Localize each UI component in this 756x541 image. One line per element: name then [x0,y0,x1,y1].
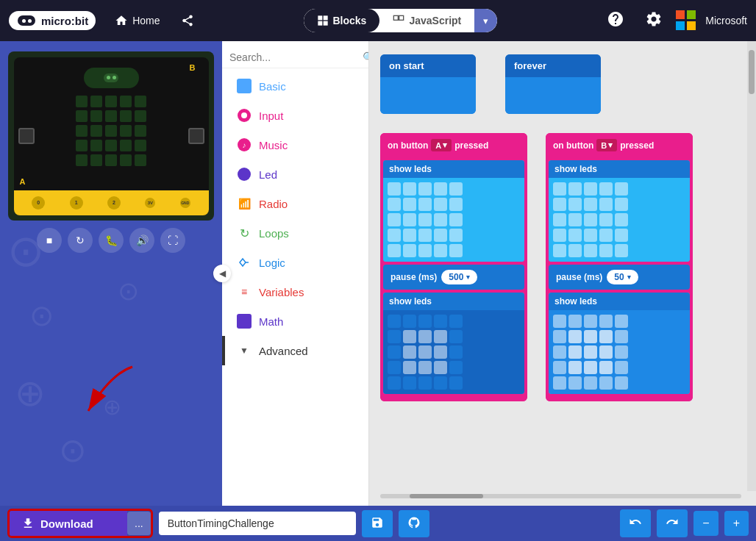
category-basic[interactable]: Basic [222,71,368,101]
category-math[interactable]: Math [222,307,368,336]
svg-rect-2 [318,21,322,26]
show-leds-a1-matrix [383,178,524,262]
sim-controls: ■ ↻ 🐛 🔊 ⛶ [37,228,185,253]
loops-label: Loops [259,227,289,240]
home-nav-button[interactable]: Home [107,10,167,32]
undo-button[interactable] [620,509,651,537]
search-icon: 🔍 [363,51,369,63]
github-button[interactable] [399,510,429,537]
home-label: Home [132,15,160,26]
editor-tab-group: Blocks JavaScript ▾ [304,9,498,32]
button-a-dropdown[interactable]: A ▾ [431,139,452,151]
debug-button[interactable]: 🐛 [99,228,124,253]
loops-icon: ↻ [237,226,252,240]
logo-area: micro:bit [9,11,96,30]
category-loops[interactable]: ↻ Loops [222,218,368,248]
javascript-tab[interactable]: JavaScript [379,9,474,32]
math-icon [237,314,252,329]
radio-label: Radio [259,198,288,210]
button-b[interactable] [188,128,204,144]
pause-a-value[interactable]: 500 ▾ [441,270,477,284]
javascript-tab-label: JavaScript [409,15,461,26]
logic-icon [237,255,252,270]
zoom-in-button[interactable]: + [724,511,749,536]
more-options-button[interactable]: ... [127,512,151,535]
logo-text: micro:bit [41,15,88,27]
advanced-icon: ▼ [237,343,252,358]
vertical-scrollbar[interactable] [747,41,756,491]
redo-icon [666,515,679,529]
blocks-canvas: on start forever on button A ▾ [369,41,756,506]
category-radio[interactable]: 📶 Radio [222,189,368,218]
pin-3v: 3V [145,198,155,208]
variables-label: Variables [259,286,304,298]
on-start-header: on start [380,54,476,77]
led-label: Led [259,168,277,181]
download-area: Download ... [7,509,153,538]
settings-icon [645,10,663,28]
show-leds-b1-matrix [549,178,690,262]
microbit-icon [16,14,37,27]
restart-button[interactable]: ↻ [68,228,93,253]
audio-button[interactable]: 🔊 [129,228,154,253]
pause-a-block: pause (ms) 500 ▾ [383,265,524,290]
input-icon [237,108,252,123]
top-navigation: micro:bit Home Blocks JavaScript ▾ [0,0,756,41]
show-leds-a1: show leds [383,160,524,262]
display-oval [84,68,139,88]
category-variables[interactable]: ≡ Variables [222,277,368,307]
home-icon [115,14,128,27]
variables-icon: ≡ [237,284,252,299]
pin-1: 1 [70,196,83,209]
svg-rect-5 [399,15,404,20]
on-start-block: on start [380,54,476,114]
pause-b-value[interactable]: 50 ▾ [607,270,638,284]
undo-icon [629,515,642,529]
b-label: B [190,63,196,72]
button-a[interactable] [18,128,35,144]
save-button[interactable] [362,510,393,537]
blocks-tab[interactable]: Blocks [304,9,380,32]
on-button-b-block: on button B ▾ pressed show leds [546,133,693,401]
category-input[interactable]: Input [222,101,368,130]
collapse-panel-button[interactable]: ◀ [213,265,231,282]
category-advanced[interactable]: ▼ Advanced [222,336,368,365]
download-icon [21,517,35,530]
pause-b-block: pause (ms) 50 ▾ [549,265,690,290]
javascript-icon [393,15,404,26]
project-name-input[interactable] [159,512,356,535]
download-label: Download [40,517,93,530]
search-input[interactable] [229,51,358,63]
forever-header: forever [505,54,601,77]
microsoft-logo [676,10,696,31]
fullscreen-button[interactable]: ⛶ [160,228,185,253]
share-button[interactable] [174,10,202,32]
category-led[interactable]: Led [222,160,368,189]
show-leds-a1-header: show leds [383,160,524,178]
redo-button[interactable] [657,509,688,537]
a-label: A [20,177,26,186]
show-leds-b1: show leds [549,160,690,262]
advanced-label: Advanced [259,345,308,357]
microsoft-label: Microsoft [705,15,747,26]
show-leds-a2-header: show leds [383,293,524,310]
category-music[interactable]: ♪ Music [222,130,368,160]
help-button[interactable] [599,6,632,36]
settings-button[interactable] [638,6,670,36]
simulator-screen: B A [8,51,214,221]
h-scrollbar-thumb[interactable] [410,494,483,498]
save-icon [371,516,384,529]
tab-dropdown-button[interactable]: ▾ [474,9,497,32]
categories-panel: 🔍 Basic Input ♪ Music [222,41,369,506]
v-scrollbar-thumb[interactable] [749,50,755,94]
download-button[interactable]: Download [10,511,127,536]
show-leds-b2-header: show leds [549,293,690,310]
basic-icon [237,79,252,93]
zoom-out-button[interactable]: − [693,511,718,536]
music-icon: ♪ [237,137,252,152]
category-logic[interactable]: Logic [222,248,368,277]
horizontal-scrollbar[interactable] [380,494,741,498]
logo: micro:bit [9,11,96,30]
button-b-dropdown[interactable]: B ▾ [596,139,617,151]
svg-rect-4 [394,15,399,20]
